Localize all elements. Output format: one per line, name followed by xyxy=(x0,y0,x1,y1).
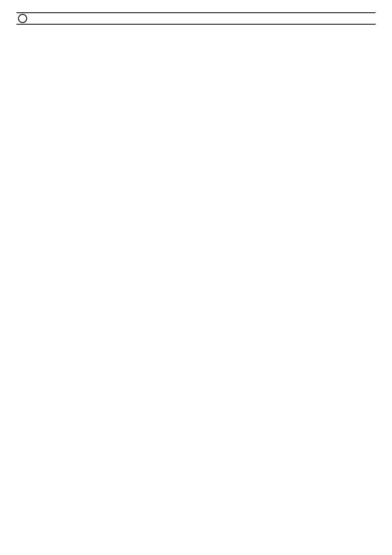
page-header-bar xyxy=(16,12,376,25)
binder-hole-left xyxy=(18,14,27,23)
